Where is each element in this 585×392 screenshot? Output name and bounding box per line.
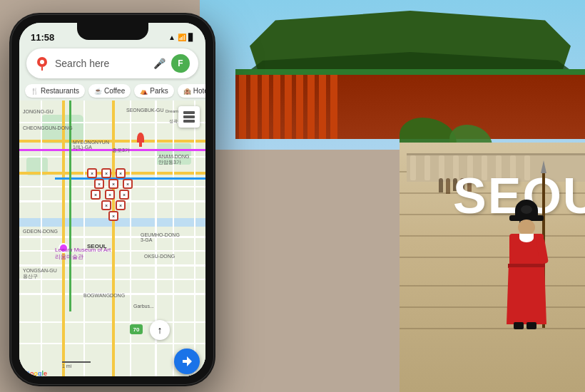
- status-time: 11:58: [31, 32, 54, 43]
- wifi-icon: 📶: [178, 33, 186, 41]
- road-v4: [41, 100, 42, 376]
- pin-4[interactable]: ×: [94, 179, 104, 189]
- leeum-label: Leeum Museum of Art리움미술관: [55, 247, 111, 261]
- layers-icon: [183, 110, 195, 123]
- highway-marker: 70: [130, 324, 143, 334]
- parks-icon: ⛺: [140, 88, 148, 95]
- hotels-filter[interactable]: 🏨 Hote: [178, 84, 205, 98]
- coffee-label: Coffee: [104, 87, 125, 95]
- coffee-icon: ☕: [94, 88, 102, 95]
- pin-2[interactable]: ×: [101, 168, 111, 178]
- search-container[interactable]: Search here 🎤 F: [19, 44, 205, 81]
- seongbuk-label: SEONGBUK-GU: [126, 108, 164, 113]
- google-maps-icon: [35, 56, 49, 71]
- svg-rect-3: [183, 115, 195, 118]
- pillar-3: [439, 155, 444, 180]
- coffee-filter[interactable]: ☕ Coffee: [88, 84, 131, 98]
- svg-marker-5: [183, 356, 192, 366]
- map-layers-button[interactable]: [178, 106, 200, 128]
- directions-button[interactable]: [174, 349, 200, 374]
- signal-icon: ▲: [168, 33, 176, 41]
- pin-11[interactable]: ×: [116, 200, 126, 210]
- svg-rect-4: [183, 120, 195, 123]
- stone-line-6: [400, 285, 585, 287]
- main-road-v2: [112, 100, 115, 376]
- pin-7[interactable]: ×: [91, 190, 101, 200]
- navigation-button[interactable]: ↑: [150, 320, 170, 340]
- directions-icon: [180, 355, 193, 368]
- bogwang-label: BOGWANGDONG: [83, 293, 125, 298]
- pin-12[interactable]: ×: [108, 211, 118, 221]
- cheonggun-label: CHEONGGUN-DONG: [23, 125, 73, 130]
- main-road-v1: [62, 100, 65, 376]
- phone-frame: 11:58 ▲ 📶 ▊ Search here 🎤: [11, 14, 214, 385]
- status-icons: ▲ 📶 ▊: [168, 33, 194, 41]
- stone-line-5: [400, 257, 585, 258]
- parks-filter[interactable]: ⛺ Parks: [134, 84, 174, 98]
- filter-pills: 🍴 Restaurants ☕ Coffee ⛺ Parks 🏨 Hote: [19, 81, 205, 100]
- map-area[interactable]: × × × × × × × × × × × × JONGNO-GU: [19, 100, 205, 376]
- phone-screen: 11:58 ▲ 📶 ▊ Search here 🎤: [19, 23, 205, 376]
- stone-line-4: [400, 235, 585, 237]
- road-v6: [130, 100, 131, 376]
- location-marker[interactable]: [137, 133, 144, 143]
- pin-10[interactable]: ×: [101, 200, 111, 210]
- seoul-photo: SEOUL: [200, 0, 585, 392]
- scale-line: [62, 361, 91, 363]
- pin-6[interactable]: ×: [123, 179, 133, 189]
- parks-label: Parks: [150, 87, 168, 95]
- jongno-label: JONGNO-GU: [23, 109, 54, 114]
- restaurants-filter[interactable]: 🍴 Restaurants: [25, 84, 85, 98]
- svg-point-1: [40, 60, 44, 64]
- search-bar[interactable]: Search here 🎤 F: [26, 48, 198, 78]
- yongsan-label: YONGSAN-GU용산구: [23, 268, 57, 280]
- pin-8[interactable]: ×: [105, 190, 115, 200]
- pillar-1: [410, 155, 416, 180]
- pillar-2: [424, 155, 430, 180]
- stone-line-8: [400, 328, 585, 329]
- scale-text: 1 mi: [62, 363, 71, 368]
- jongro3-label: 종로3가: [112, 147, 130, 154]
- search-placeholder[interactable]: Search here: [55, 58, 148, 69]
- pin-9[interactable]: ×: [119, 190, 129, 200]
- microphone-icon[interactable]: 🎤: [153, 58, 166, 69]
- hotels-label: Hote: [193, 87, 205, 95]
- phone-notch: [77, 23, 148, 40]
- hotel-icon: 🏨: [183, 88, 191, 95]
- geumho-label: GEUMHO-DONG3-GA: [141, 232, 180, 242]
- restaurant-icon: 🍴: [31, 88, 39, 95]
- phone: 11:58 ▲ 📶 ▊ Search here 🎤: [11, 14, 214, 385]
- svg-rect-2: [183, 111, 195, 114]
- pin-3[interactable]: ×: [116, 168, 126, 178]
- battery-icon: ▊: [188, 33, 194, 41]
- road-v8: [194, 100, 195, 376]
- stone-line-7: [400, 306, 585, 308]
- oksu-label: OKSU-DONG: [144, 254, 175, 259]
- compass-icon: ↑: [158, 324, 163, 336]
- anam-label: ANAM-DONG안암동3가: [158, 154, 190, 166]
- pin-1[interactable]: ×: [87, 168, 97, 178]
- transit-line-green: [69, 100, 71, 311]
- google-logo: Google: [25, 370, 47, 376]
- garbusak-label: Garbus...: [133, 304, 154, 309]
- pin-5[interactable]: ×: [108, 179, 118, 189]
- restaurants-label: Restaurants: [41, 87, 79, 95]
- user-avatar[interactable]: F: [171, 54, 190, 73]
- myeongnyun-label: MYEONGNYUN1(IL)-GA: [73, 140, 109, 150]
- scale-bar: 1 mi: [62, 361, 91, 368]
- gdeok-label: GDEON-DONG: [23, 229, 58, 234]
